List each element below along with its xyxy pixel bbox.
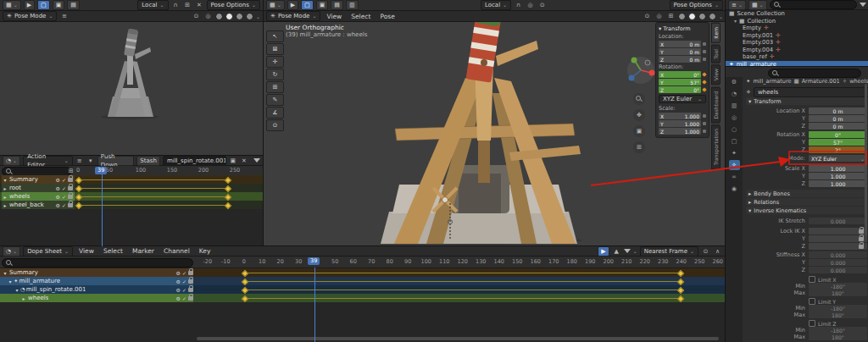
expand-icon[interactable]: ▾	[734, 18, 737, 24]
sidebar-tab[interactable]: View	[711, 64, 721, 85]
outliner-item[interactable]: Empty.001 ✛	[726, 32, 868, 40]
object-mode-icon[interactable]: ▢	[37, 0, 50, 10]
mute-check-icon[interactable]: ✓	[62, 202, 66, 208]
filter-funnel-icon[interactable]	[624, 249, 631, 253]
channel-row[interactable]: ▸ root ⚙ ✓	[0, 184, 263, 192]
channel-row[interactable]: ▾ ◔ mill_spin_rotate.001 ⚙ ✓	[0, 285, 725, 294]
sidebar-tab[interactable]: Item	[711, 23, 721, 43]
gizmo-dropdown-icon[interactable]: ⊙	[643, 12, 652, 20]
material-shading-icon[interactable]	[698, 13, 706, 20]
pose-menu[interactable]: Pose	[376, 13, 398, 20]
channel-row[interactable]: ▾ Summary ⚙ ✓	[0, 268, 725, 277]
editor-type-button[interactable]: ◔⌄	[3, 246, 20, 256]
left-viewport-canvas[interactable]	[0, 22, 263, 155]
material-shading-icon[interactable]	[236, 13, 243, 20]
keyframe-diamond-end[interactable]	[677, 278, 684, 284]
lock-icon[interactable]	[68, 186, 73, 190]
keyframe-diamond-start[interactable]	[75, 185, 82, 191]
limit-min-row[interactable]: Min-180°	[743, 283, 867, 290]
scale-row[interactable]: Scale X1.000	[743, 165, 867, 172]
expand-icon[interactable]: ▾	[14, 287, 20, 293]
camera-view-icon[interactable]: ▣	[633, 125, 645, 137]
editor-type-button[interactable]: ▦⌄	[3, 0, 21, 10]
shading-dropdown-icon[interactable]: ⌄	[719, 14, 723, 19]
expand-icon[interactable]: ▸	[2, 202, 8, 208]
frame-ruler[interactable]: 050100150200250	[63, 167, 251, 174]
breadcrumb-armature[interactable]: Armature.001	[802, 78, 840, 85]
solid-shading-icon[interactable]	[688, 13, 696, 20]
channel-toggles[interactable]: ⚙ ✓	[56, 185, 73, 191]
editor-type-button[interactable]: ▦⌄	[266, 0, 285, 10]
snap-magnet-icon[interactable]: ∩	[514, 1, 523, 9]
current-frame-line[interactable]	[102, 174, 103, 246]
keyframe-diamond-end[interactable]	[225, 193, 231, 200]
limit-toggle-row[interactable]: Limit X	[743, 276, 867, 283]
rotation-field-row[interactable]: Z0°	[659, 86, 706, 93]
lock-ik-row[interactable]: Lock IK X	[743, 228, 867, 234]
keyframe-diamond-end[interactable]	[677, 286, 684, 293]
solid-shading-icon[interactable]	[225, 13, 233, 20]
close-icon[interactable]: ✕	[195, 1, 204, 9]
outliner-collection[interactable]: ▾ ▦ Collection	[726, 18, 868, 25]
gizmo-dropdown-icon[interactable]: ⊙	[192, 12, 201, 20]
channel-name[interactable]: root	[9, 185, 21, 191]
action-name-field[interactable]: mill_spin_rotate.001	[163, 156, 226, 166]
limit-max-row[interactable]: Max180°	[743, 290, 867, 296]
tool-button[interactable]: ⊞	[266, 81, 284, 93]
channel-toggles[interactable]: ⚙ ✓	[56, 202, 73, 208]
modifier-wrench-icon[interactable]: ⚙	[56, 185, 60, 191]
lock-icon[interactable]	[188, 288, 193, 292]
keyframe-diamond-end[interactable]	[677, 295, 684, 301]
play-mode-icon[interactable]: ▶	[287, 0, 298, 10]
location-field-row[interactable]: Z0 m	[659, 56, 706, 63]
editor-type-button[interactable]: ◔⌄	[3, 156, 20, 166]
sidebar-tab[interactable]: Dashboard	[711, 87, 721, 124]
tab-output-icon[interactable]: ▥	[729, 101, 740, 111]
limit-checkbox[interactable]	[809, 298, 815, 305]
snap-magnet-icon[interactable]: ∩	[171, 1, 181, 9]
limit-toggle-row[interactable]: Limit Y	[743, 298, 867, 305]
filter-funnel-icon[interactable]	[860, 3, 866, 7]
axis-navigation-gizmo[interactable]	[626, 56, 655, 85]
display-mode-button[interactable]: ▦⌄	[748, 0, 767, 10]
pivot-icon[interactable]: ⊙	[537, 1, 547, 9]
lock-icon[interactable]	[68, 195, 73, 199]
tab-data-icon[interactable]: ✦	[729, 148, 740, 158]
mute-check-icon[interactable]: ✓	[62, 194, 66, 200]
modifier-wrench-icon[interactable]: ⚙	[176, 279, 181, 284]
hamburger-menu-icon[interactable]: ≡	[75, 157, 84, 165]
keyframe-area[interactable]	[75, 192, 263, 201]
unlink-action-icon[interactable]: ✕	[240, 157, 248, 165]
modifier-wrench-icon[interactable]: ⚙	[176, 270, 181, 276]
tool-button[interactable]: ✛	[266, 56, 284, 68]
filter-dropdown-icon[interactable]: ⌄	[633, 248, 637, 254]
channel-name[interactable]: Summary	[9, 176, 38, 183]
relations-section[interactable]: ▸Relations	[746, 198, 867, 206]
keyframe-diamond-start[interactable]	[75, 176, 82, 183]
tab-bone-icon[interactable]: ✧	[729, 160, 740, 170]
outliner-item[interactable]: Empty ✛	[726, 25, 868, 32]
keyframe-area[interactable]	[75, 201, 263, 209]
expand-icon[interactable]: ▾	[2, 177, 8, 183]
channel-toggles[interactable]: ⚙ ✓	[176, 279, 193, 284]
shading-dropdown-icon[interactable]: ⌄	[256, 14, 260, 19]
channel-row[interactable]: ▸ wheels ⚙ ✓	[0, 192, 263, 201]
keyframe-diamond-start[interactable]	[242, 278, 248, 284]
channel-name[interactable]: wheels	[28, 295, 48, 301]
horizontal-scrollbar[interactable]	[197, 337, 719, 340]
lock-icon[interactable]	[188, 296, 193, 301]
rotation-row[interactable]: Rotation X0°	[743, 131, 867, 138]
wireframe-shading-icon[interactable]	[678, 13, 686, 20]
channel-toggles[interactable]: ⚙ ✓	[176, 295, 193, 301]
keyframe-diamond-start[interactable]	[242, 295, 248, 301]
wireframe-shading-icon[interactable]	[215, 13, 223, 20]
limit-min-row[interactable]: Min-180°	[743, 305, 867, 312]
expand-icon[interactable]: ▾	[2, 270, 8, 276]
stiffness-row[interactable]: Stiffness X0.000	[743, 251, 867, 258]
expand-icon[interactable]: ▾	[7, 279, 14, 284]
mode-dropdown[interactable]: ✳ Pose Mode⌄	[3, 11, 57, 21]
limit-max-row[interactable]: Max180°	[743, 312, 867, 318]
mute-check-icon[interactable]: ✓	[182, 270, 186, 276]
tool-button[interactable]: ⊙	[266, 119, 284, 131]
mute-check-icon[interactable]: ✓	[62, 177, 66, 183]
